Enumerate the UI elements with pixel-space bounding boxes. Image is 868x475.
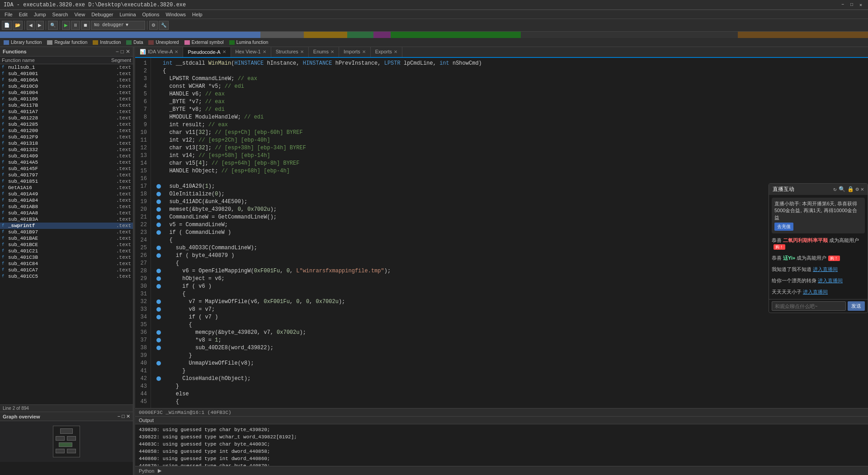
extra-btn2[interactable]: 🔧 (159, 21, 169, 30)
breakpoint-dot[interactable] (156, 246, 161, 250)
func-minimize[interactable]: − (116, 48, 119, 55)
func-item[interactable]: fsub_401CA7.text (0, 267, 133, 273)
breakpoint-dot[interactable] (156, 207, 161, 212)
tab-exports-close[interactable]: ✕ (394, 49, 397, 54)
func-item[interactable]: f_swprintf.text (0, 223, 133, 229)
breakpoint-dot[interactable] (156, 215, 161, 219)
func-item[interactable]: fsub_401332.text (0, 147, 133, 153)
func-item[interactable]: fsub_401B97.text (0, 229, 133, 235)
breakpoint-dot[interactable] (156, 184, 161, 189)
breakpoint-dot[interactable] (156, 230, 161, 235)
breakpoint-dot[interactable] (156, 200, 161, 204)
func-item[interactable]: fsub_40117B.text (0, 102, 133, 109)
func-item[interactable]: fsub_401AA8.text (0, 210, 133, 216)
chat-input[interactable] (772, 301, 846, 311)
func-item[interactable]: fsub_401B3A.text (0, 216, 133, 223)
graph-minimize[interactable]: − (118, 413, 120, 419)
func-item[interactable]: fsub_401C3B.text (0, 254, 133, 261)
func-list[interactable]: fnullsub_1.textfsub_401001.textfsub_4010… (0, 64, 133, 404)
breakpoint-dot[interactable] (156, 192, 161, 196)
maximize-btn[interactable]: □ (848, 2, 855, 8)
chat-refresh-icon[interactable]: ↻ (833, 186, 836, 193)
chat-settings-icon[interactable]: ⚙ (856, 186, 859, 193)
chat-send-button[interactable]: 发送 (848, 301, 865, 311)
breakpoint-dot[interactable] (156, 376, 161, 381)
tab-ida-view[interactable]: 📊 IDA View-A ✕ (135, 47, 183, 57)
debugger-dropdown[interactable]: No debugger ▼ (91, 21, 145, 30)
graph-float[interactable]: □ (122, 413, 125, 419)
chat-link2[interactable]: 进入直播间 (818, 278, 843, 283)
graph-close[interactable]: ✕ (126, 413, 130, 419)
breakpoint-dot[interactable] (156, 223, 161, 227)
tab-pseudocode-close[interactable]: ✕ (222, 49, 226, 54)
menu-edit[interactable]: Edit (16, 11, 30, 18)
menu-options[interactable]: Options (140, 11, 162, 18)
pause-btn[interactable]: ⏸ (71, 21, 80, 30)
tab-pseudocode[interactable]: Pseudocode-A ✕ (183, 47, 231, 57)
func-item[interactable]: fsub_401851.text (0, 178, 133, 185)
new-btn[interactable]: 📄 (2, 21, 12, 30)
func-item[interactable]: fsub_4010C0.text (0, 83, 133, 90)
menu-search[interactable]: Search (50, 11, 71, 18)
func-float[interactable]: □ (121, 48, 124, 55)
breakpoint-dot[interactable] (156, 299, 161, 304)
stop-btn[interactable]: ⏹ (81, 21, 90, 30)
func-close[interactable]: ✕ (126, 48, 130, 55)
func-item[interactable]: fsub_401AB8.text (0, 204, 133, 210)
tab-enums-close[interactable]: ✕ (330, 49, 334, 54)
func-item[interactable]: fsub_401106.text (0, 96, 133, 102)
tab-enums[interactable]: Enums ✕ (309, 47, 339, 57)
menu-view[interactable]: View (71, 11, 88, 18)
func-item[interactable]: fsub_401A84.text (0, 197, 133, 204)
chat-lock-icon[interactable]: 🔒 (847, 186, 854, 193)
func-item[interactable]: fsub_40106A.text (0, 77, 133, 83)
menu-debugger[interactable]: Debugger (89, 11, 116, 18)
tab-exports[interactable]: Exports ✕ (371, 47, 402, 57)
func-item[interactable]: fsub_401797.text (0, 172, 133, 178)
func-item[interactable]: fsub_40145F.text (0, 166, 133, 172)
breakpoint-dot[interactable] (156, 284, 161, 289)
close-btn[interactable]: ✕ (857, 2, 864, 8)
func-item[interactable]: fsub_401A49.text (0, 191, 133, 197)
tab-imports[interactable]: Imports ✕ (339, 47, 371, 57)
chat-recharge-btn[interactable]: 去充值 (774, 223, 793, 231)
func-item[interactable]: fsub_4011A7.text (0, 109, 133, 115)
code-area[interactable]: 1234567891011121314151617181920212223242… (135, 58, 868, 408)
tab-ida-view-close[interactable]: ✕ (175, 49, 178, 54)
tab-hex-view[interactable]: Hex View-1 ✕ (231, 47, 271, 57)
func-item[interactable]: fsub_401C21.text (0, 248, 133, 254)
func-item[interactable]: fsub_401409.text (0, 153, 133, 159)
breakpoint-dot[interactable] (156, 307, 161, 312)
tab-imports-close[interactable]: ✕ (362, 49, 366, 54)
func-item[interactable]: fnullsub_1.text (0, 64, 133, 71)
breakpoint-dot[interactable] (156, 269, 161, 273)
menu-windows[interactable]: Windows (163, 11, 189, 18)
menu-jump[interactable]: Jump (31, 11, 49, 18)
breakpoint-dot[interactable] (156, 330, 161, 335)
open-btn[interactable]: 📂 (13, 21, 23, 30)
func-item[interactable]: fsub_4014A5.text (0, 159, 133, 166)
code-content[interactable]: int __stdcall WinMain(HINSTANCE hInstanc… (151, 58, 868, 408)
func-item[interactable]: fsub_4012F9.text (0, 134, 133, 140)
func-item[interactable]: fsub_401001.text (0, 71, 133, 77)
tab-structures-close[interactable]: ✕ (300, 49, 304, 54)
minimize-btn[interactable]: − (839, 2, 846, 8)
func-item[interactable]: fsub_401CC5.text (0, 273, 133, 280)
menu-help[interactable]: Help (189, 11, 205, 18)
run-btn[interactable]: ▶ (62, 21, 70, 30)
tab-hex-view-close[interactable]: ✕ (263, 49, 266, 54)
func-item[interactable]: fGetA1A16.text (0, 185, 133, 191)
func-item[interactable]: fsub_401BAE.text (0, 235, 133, 242)
breakpoint-dot[interactable] (156, 361, 161, 366)
tab-structures[interactable]: Structures ✕ (271, 47, 309, 57)
fwd-btn[interactable]: ▶ (36, 21, 44, 30)
extra-btn1[interactable]: ⚙ (149, 21, 158, 30)
chat-link3[interactable]: 进入直播间 (803, 289, 828, 294)
back-btn[interactable]: ◀ (27, 21, 35, 30)
breakpoint-dot[interactable] (156, 346, 161, 350)
search-btn[interactable]: 🔍 (48, 21, 58, 30)
func-item[interactable]: fsub_401285.text (0, 121, 133, 128)
func-item[interactable]: fsub_401004.text (0, 90, 133, 96)
breakpoint-dot[interactable] (156, 338, 161, 342)
breakpoint-dot[interactable] (156, 253, 161, 258)
